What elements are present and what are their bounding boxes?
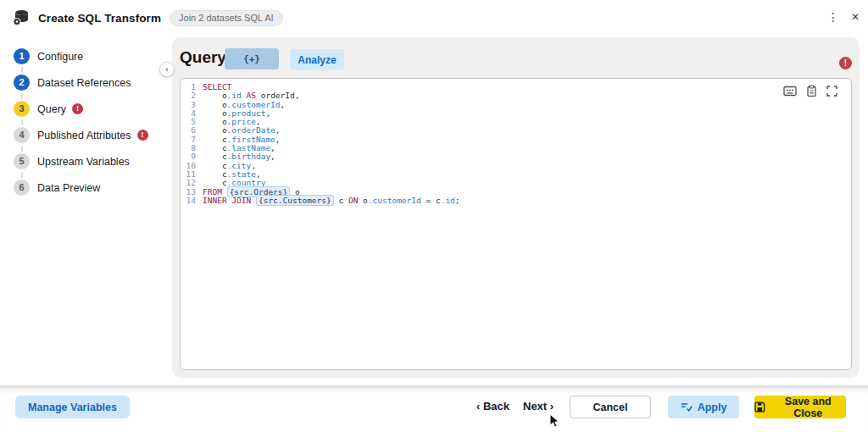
apply-button[interactable]: Apply: [668, 396, 739, 418]
code-line: 10 c.city,: [181, 162, 851, 170]
more-options-icon[interactable]: ⋮: [827, 8, 839, 25]
cancel-button[interactable]: Cancel: [570, 396, 651, 418]
step-label: Published Attributes: [37, 130, 131, 141]
save-label: Save and Close: [771, 396, 846, 419]
code-line: 6 o.orderDate,: [181, 126, 851, 135]
code-line: 5 o.price,: [181, 118, 851, 126]
manage-variables-button[interactable]: Manage Variables: [15, 396, 130, 418]
code-lines: 1SELECT2 o.id AS orderId,3 o.customerId,…: [181, 79, 851, 205]
step-label: Upstream Variables: [37, 156, 130, 168]
code-line: 8 c.lastName,: [181, 144, 851, 152]
step-label: Query: [37, 103, 66, 115]
app-logo-icon: [12, 9, 31, 26]
line-number: 14: [181, 197, 203, 205]
step-number: 1: [14, 48, 30, 64]
dataset-variable-chip: {src.Customers}: [256, 195, 334, 206]
panel-error-badge: !: [839, 57, 852, 69]
step-label: Dataset References: [37, 77, 131, 89]
code-editor-toggle-button[interactable]: {+}: [225, 48, 279, 69]
save-and-close-button[interactable]: Save and Close: [754, 396, 846, 418]
step-dataset-references[interactable]: 2Dataset References: [14, 75, 131, 91]
step-number: 3: [14, 101, 30, 117]
code-line: 7 c.firstName,: [181, 136, 851, 144]
transform-name-badge: Join 2 datasets SQL AI: [170, 10, 283, 26]
analyze-button[interactable]: Analyze: [290, 49, 344, 70]
code-line: 9 c.birthday,: [181, 152, 851, 161]
window-title: Create SQL Transform: [38, 12, 161, 25]
window-titlebar: Create SQL Transform Join 2 datasets SQL…: [0, 0, 868, 36]
code-line: 11 c.state,: [181, 170, 851, 179]
step-published-attributes[interactable]: 4Published Attributes!: [14, 127, 148, 143]
keyboard-icon[interactable]: [783, 86, 797, 97]
step-error-badge: !: [137, 130, 148, 141]
save-icon: [754, 402, 765, 413]
apply-check-icon: [681, 402, 693, 413]
step-data-preview[interactable]: 6Data Preview: [14, 180, 100, 196]
step-number: 4: [14, 127, 30, 143]
stepper: 1Configure2Dataset References3Query!4Pub…: [14, 48, 170, 226]
step-configure[interactable]: 1Configure: [14, 48, 83, 64]
next-button[interactable]: Next ›: [523, 400, 554, 413]
code-line: 4 o.product,: [181, 109, 851, 118]
code-line: 14INNER JOIN {src.Customers} c ON o.cust…: [181, 197, 851, 205]
step-error-badge: !: [72, 103, 83, 114]
step-number: 6: [14, 180, 30, 196]
sql-editor[interactable]: 1SELECT2 o.id AS orderId,3 o.customerId,…: [180, 78, 852, 370]
step-number: 5: [14, 153, 30, 169]
apply-label: Apply: [698, 402, 727, 413]
copy-icon[interactable]: [806, 85, 817, 97]
code-line: 3 o.customerId,: [181, 101, 851, 109]
step-label: Data Preview: [37, 182, 100, 194]
step-label: Configure: [37, 51, 83, 63]
back-button[interactable]: ‹ Back: [476, 400, 509, 413]
code-braces-icon: {+}: [243, 53, 260, 64]
panel-title: Query: [180, 48, 226, 67]
step-upstream-variables[interactable]: 5Upstream Variables: [14, 153, 130, 169]
collapse-sidebar-button[interactable]: ‹: [159, 62, 175, 77]
close-icon[interactable]: ✕: [851, 8, 860, 25]
fullscreen-icon[interactable]: [826, 86, 837, 97]
step-number: 2: [14, 75, 30, 91]
step-query[interactable]: 3Query!: [14, 101, 83, 117]
